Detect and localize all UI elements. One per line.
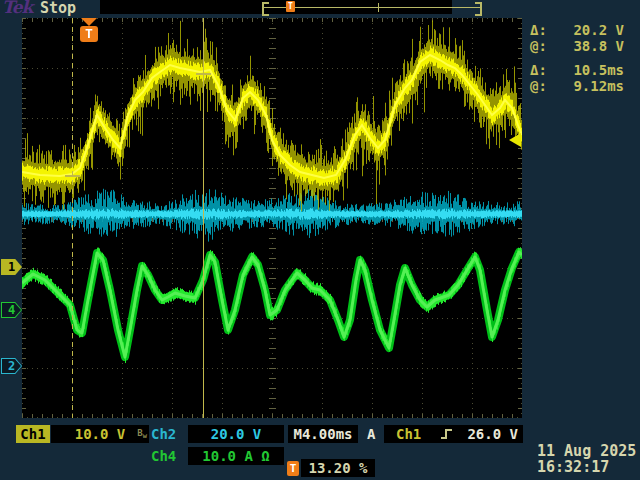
ch1-label-badge: Ch1	[16, 425, 50, 443]
delta-volts-value: 20.2 V	[573, 22, 624, 38]
rising-edge-icon	[439, 427, 455, 441]
at-time-value: 9.12ms	[573, 78, 624, 94]
waveform-display	[22, 18, 522, 418]
record-view-bar: T	[100, 0, 452, 14]
ch4-ground-marker: 4	[1, 302, 22, 318]
delta-time-value: 10.5ms	[573, 62, 624, 78]
trigger-position-icon: T	[287, 461, 299, 476]
trigger-mode-label: A	[367, 425, 375, 443]
ch2-scale-readout: 20.0 V	[188, 425, 284, 443]
trigger-level-value: 26.0 V	[467, 425, 518, 443]
tek-logo: Tek	[2, 0, 32, 17]
acquisition-status: Stop	[40, 0, 76, 17]
trigger-position-arrow-icon	[81, 18, 97, 26]
record-length-line	[264, 7, 481, 8]
record-trigger-position-icon: T	[286, 1, 295, 12]
time-display: 16:32:17	[537, 458, 609, 476]
trigger-readout: Ch1 26.0 V	[384, 425, 523, 443]
ch2-ground-marker: 2	[1, 358, 22, 374]
trigger-position-flag-icon: T	[80, 26, 98, 42]
at-time-label: @:	[530, 78, 547, 94]
timebase-readout: M4.00ms	[288, 425, 358, 443]
record-end-bracket	[475, 2, 482, 16]
trigger-source-label: Ch1	[396, 425, 421, 443]
ch2-label: Ch2	[151, 425, 176, 443]
delta-volts-label: Δ:	[530, 22, 547, 38]
at-volts-label: @:	[530, 38, 547, 54]
ch1-scale-readout: 10.0 V Bw	[51, 425, 149, 443]
bandwidth-limit-icon: Bw	[137, 428, 147, 441]
ch1-ground-marker: 1	[1, 259, 22, 275]
at-volts-value: 38.8 V	[573, 38, 624, 54]
ch4-label: Ch4	[151, 447, 176, 465]
delta-time-label: Δ:	[530, 62, 547, 78]
trigger-position-percent: 13.20 %	[301, 459, 375, 477]
record-start-bracket	[262, 2, 269, 16]
oscilloscope-screen: Tek Stop T T 1 4 2 Δ:20.2 V @:38.8 V Δ:1…	[0, 0, 640, 480]
ch4-scale-readout: 10.0 A Ω	[188, 447, 284, 465]
record-center-tick	[378, 3, 379, 12]
